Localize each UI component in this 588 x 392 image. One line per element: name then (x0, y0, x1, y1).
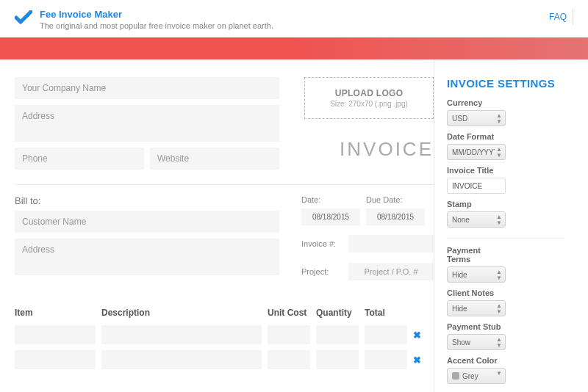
brand-title: Fee Invoice Maker (40, 9, 273, 20)
brand-tagline: The original and most popular free invoi… (40, 21, 273, 30)
date-format-select[interactable]: MM/DD/YYYY▲▼ (447, 144, 506, 160)
item-input[interactable] (15, 350, 96, 369)
divider (447, 238, 564, 239)
checkmark-icon (15, 10, 32, 25)
line-item-row: ✖ (15, 350, 434, 369)
project-input[interactable] (348, 263, 434, 280)
quantity-input[interactable] (316, 325, 359, 344)
chevron-updown-icon: ▲▼ (496, 337, 502, 349)
currency-select[interactable]: USD▲▼ (447, 110, 506, 126)
col-item: Item (15, 308, 96, 318)
company-address-input[interactable] (15, 105, 279, 142)
line-items-header: Item Description Unit Cost Quantity Tota… (15, 308, 434, 318)
description-input[interactable] (101, 350, 262, 369)
phone-input[interactable] (15, 148, 144, 170)
item-input[interactable] (15, 325, 96, 344)
payment-stub-label: Payment Stub (447, 322, 506, 331)
invoice-panel: UPLOAD LOGO Size: 270x70 (.png .jpg) INV… (15, 77, 434, 392)
company-name-input[interactable] (15, 77, 279, 99)
customer-name-input[interactable] (15, 211, 279, 233)
client-notes-select[interactable]: Hide▲▼ (447, 300, 506, 316)
delete-row-icon[interactable]: ✖ (413, 330, 421, 341)
accent-color-select[interactable]: Grey▼ (447, 368, 506, 384)
chevron-updown-icon: ▲▼ (496, 147, 502, 159)
due-date-input[interactable] (366, 208, 425, 225)
col-unit-cost: Unit Cost (268, 308, 310, 318)
color-swatch-icon (452, 372, 459, 380)
invoice-title-label: Invoice Title (447, 166, 506, 175)
payment-stub-select[interactable]: Show▲▼ (447, 334, 506, 350)
date-label: Date: (301, 195, 360, 204)
unit-cost-input[interactable] (268, 325, 310, 344)
upload-logo-area[interactable]: UPLOAD LOGO Size: 270x70 (.png .jpg) (304, 77, 434, 119)
description-input[interactable] (101, 325, 262, 344)
chevron-updown-icon: ▲▼ (496, 303, 502, 315)
invoice-no-label: Invoice #: (301, 239, 343, 248)
date-format-label: Date Format (447, 132, 506, 141)
due-date-label: Due Date: (366, 195, 425, 204)
total-input[interactable] (365, 350, 407, 369)
brand-block: Fee Invoice Maker The original and most … (15, 9, 273, 30)
unit-cost-input[interactable] (268, 350, 310, 369)
divider (15, 184, 434, 185)
invoice-heading: INVOICE (304, 138, 434, 161)
client-notes-label: Client Notes (447, 288, 506, 297)
stamp-select[interactable]: None▲▼ (447, 211, 506, 228)
bill-to-label: Bill to: (15, 195, 279, 206)
line-item-row: ✖ (15, 325, 434, 344)
settings-panel: INVOICE SETTINGS Currency USD▲▼ Date For… (434, 77, 570, 392)
col-total: Total (365, 308, 407, 318)
faq-link[interactable]: FAQ (549, 9, 573, 25)
chevron-updown-icon: ▲▼ (496, 214, 502, 226)
project-label: Project: (301, 267, 343, 276)
chevron-updown-icon: ▲▼ (496, 269, 502, 281)
invoice-no-input[interactable] (348, 235, 434, 253)
col-quantity: Quantity (316, 308, 359, 318)
total-input[interactable] (365, 325, 407, 344)
delete-row-icon[interactable]: ✖ (413, 355, 421, 366)
customer-address-input[interactable] (15, 239, 279, 275)
upload-logo-hint: Size: 270x70 (.png .jpg) (311, 100, 427, 108)
accent-color-label: Accent Color (447, 356, 506, 365)
chevron-updown-icon: ▲▼ (496, 113, 502, 125)
chevron-down-icon: ▼ (496, 371, 502, 377)
settings-title: INVOICE SETTINGS (447, 77, 564, 90)
quantity-input[interactable] (316, 350, 359, 369)
accent-bar (0, 37, 588, 59)
stamp-label: Stamp (447, 200, 506, 208)
page-header: Fee Invoice Maker The original and most … (0, 0, 588, 37)
date-input[interactable] (301, 208, 360, 225)
upload-logo-label: UPLOAD LOGO (311, 88, 427, 98)
website-input[interactable] (150, 148, 279, 170)
currency-label: Currency (447, 98, 506, 107)
invoice-title-input[interactable] (447, 178, 506, 194)
payment-terms-label: Payment Terms (447, 246, 506, 264)
payment-terms-select[interactable]: Hide▲▼ (447, 266, 506, 283)
col-description: Description (101, 308, 262, 318)
